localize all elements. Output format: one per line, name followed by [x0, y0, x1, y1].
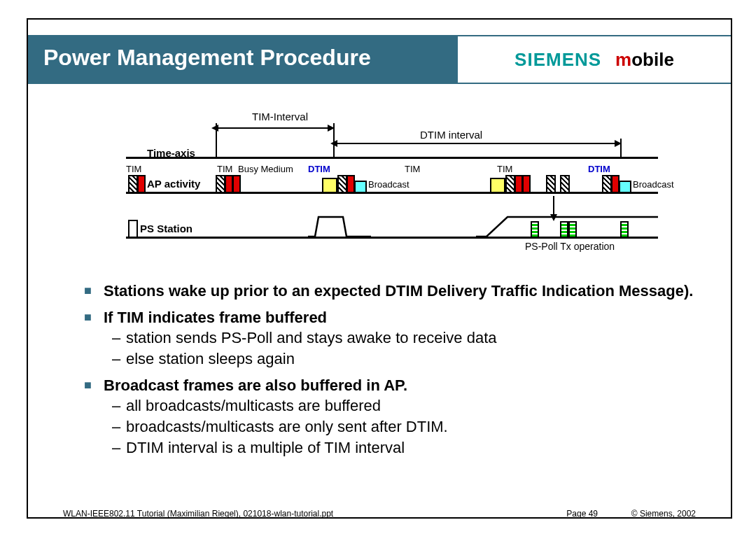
- footer-page: Page 49: [566, 509, 598, 519]
- footer-left: WLAN-IEEE802.11 Tutorial (Maximilian Rie…: [63, 509, 333, 519]
- slide-title: Power Management Procedure: [28, 35, 458, 84]
- ps-station-label: PS Station: [140, 223, 192, 234]
- tim-interval-label: TIM-Interval: [252, 111, 308, 122]
- header: Power Management Procedure SIEMENS mobil…: [28, 35, 731, 84]
- timing-diagram: TIM-Interval DTIM interval Time-axis TIM…: [98, 111, 658, 258]
- bullet-3c: DTIM interval is a multiple of TIM inter…: [84, 437, 700, 458]
- ap-activity-label: AP activity: [147, 178, 200, 190]
- content: Stations wake up prior to an expected DT…: [84, 275, 700, 458]
- slide: Power Management Procedure SIEMENS mobil…: [27, 18, 732, 519]
- bullet-2: If TIM indicates frame buffered: [84, 307, 700, 328]
- bullet-3b: broadcasts/multicasts are only sent afte…: [84, 416, 700, 437]
- ps-poll-label: PS-Poll Tx operation: [525, 241, 615, 252]
- mobile-logo: mobile: [615, 49, 674, 71]
- bullet-3a: all broadcasts/multicasts are buffered: [84, 395, 700, 416]
- bullet-3: Broadcast frames are also buffered in AP…: [84, 375, 700, 396]
- bullet-1: Stations wake up prior to an expected DT…: [84, 281, 700, 302]
- siemens-logo: SIEMENS: [514, 49, 601, 71]
- bullet-2a: station sends PS-Poll and stays awake to…: [84, 328, 700, 349]
- logo-area: SIEMENS mobile: [458, 35, 731, 84]
- bullet-2b: else station sleeps again: [84, 349, 700, 370]
- footer-right: © Siemens, 2002: [631, 509, 696, 519]
- dtim-interval-label: DTIM interval: [420, 129, 482, 141]
